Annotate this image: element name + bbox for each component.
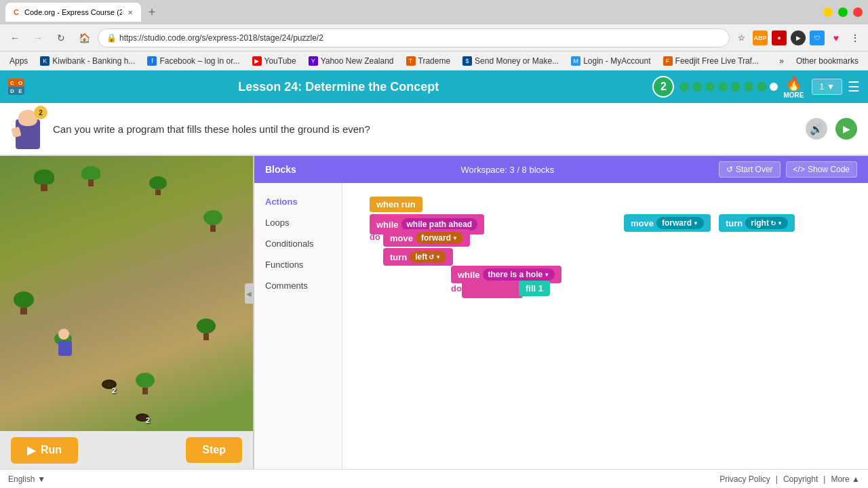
- feedjit-icon: F: [663, 56, 673, 66]
- play-hint-button[interactable]: ▶: [835, 118, 857, 140]
- copyright-link[interactable]: Copyright: [783, 474, 818, 484]
- refresh-button[interactable]: ↻: [52, 28, 71, 47]
- maximize-button[interactable]: [838, 7, 848, 17]
- privacy-policy-link[interactable]: Privacy Policy: [719, 474, 770, 484]
- play-icon: ▶: [843, 123, 850, 134]
- url-text: https://studio.code.org/s/express-2018/s…: [119, 33, 323, 43]
- progress-dot-7[interactable]: [757, 82, 766, 92]
- hole-pill[interactable]: there is a hole ▼: [483, 268, 555, 281]
- fill-block[interactable]: fill 1: [519, 281, 550, 296]
- codeorg-logo[interactable]: C O D E: [8, 79, 24, 95]
- extension3-icon[interactable]: ▶: [791, 30, 806, 45]
- other-bookmarks-button[interactable]: Other bookmarks: [792, 55, 863, 67]
- forward-toolbox-pill[interactable]: forward ▼: [656, 217, 704, 229]
- bookmark-apps[interactable]: Apps: [5, 55, 32, 67]
- home-button[interactable]: 🏠: [75, 28, 94, 47]
- tab-close-icon[interactable]: ✕: [127, 9, 133, 16]
- bookmark-youtube[interactable]: ▶ YouTube: [248, 55, 300, 67]
- turn-left-icon: ↺: [429, 253, 434, 261]
- myaccount-label: Login - MyAccount: [583, 56, 650, 66]
- hamburger-menu-icon[interactable]: ☰: [848, 79, 860, 95]
- active-tab[interactable]: C Code.org - Express Course (2018... ✕: [5, 3, 141, 22]
- bookmark-trademe[interactable]: T Trademe: [402, 55, 455, 67]
- more-button[interactable]: 🔥 MORE: [783, 75, 804, 99]
- extension1-icon[interactable]: ABP: [753, 30, 768, 45]
- more-text: More: [831, 474, 849, 484]
- start-over-label: Start Over: [736, 165, 773, 174]
- new-tab-button[interactable]: +: [144, 4, 160, 20]
- bookmark-feedjit[interactable]: F Feedjit Free Live Traf...: [659, 55, 763, 67]
- left-dropdown[interactable]: left ↺ ▼: [410, 251, 446, 263]
- myaccount-icon: M: [571, 56, 580, 66]
- forward-dropdown[interactable]: forward ▼: [416, 232, 463, 244]
- bookmark-myaccount[interactable]: M Login - MyAccount: [567, 55, 654, 67]
- workspace[interactable]: when run while while path ahead do move: [342, 183, 868, 469]
- kiwibank-label: Kiwibank - Banking h...: [52, 56, 135, 66]
- feedjit-label: Feedjit Free Live Traf...: [675, 56, 759, 66]
- palette-comments[interactable]: Comments: [254, 275, 342, 296]
- extension4-icon[interactable]: 🛡: [810, 30, 825, 45]
- chrome-menu-icon[interactable]: ⋮: [848, 30, 863, 45]
- progress-dot-1[interactable]: [679, 82, 689, 92]
- address-bar[interactable]: 🔒 https://studio.code.org/s/express-2018…: [98, 28, 730, 47]
- turn-left-block[interactable]: turn left ↺ ▼: [383, 248, 453, 266]
- move-text: move: [390, 233, 413, 243]
- hole-text: there is a hole: [488, 270, 543, 279]
- close-button[interactable]: [853, 7, 863, 17]
- bookmark-kiwibank[interactable]: K Kiwibank - Banking h...: [36, 55, 139, 67]
- sendmoney-icon: $: [462, 56, 472, 66]
- facebook-label: Facebook – log in or...: [159, 56, 239, 66]
- left-dropdown-arrow: ▼: [435, 254, 441, 260]
- code-icon: </>: [793, 165, 805, 174]
- progress-dot-4[interactable]: [718, 82, 728, 92]
- bookmark-sendmoney[interactable]: $ Send Money or Make...: [458, 55, 563, 67]
- language-selector[interactable]: English ▼: [8, 474, 45, 484]
- bookmark-facebook[interactable]: f Facebook – log in or...: [143, 55, 243, 67]
- more-link[interactable]: More ▲: [831, 474, 860, 484]
- bookmark-yahoo[interactable]: Y Yahoo New Zealand: [304, 55, 398, 67]
- language-label: English: [8, 474, 35, 484]
- logo-d: D: [8, 87, 16, 95]
- block-palette: Actions Loops Conditionals Functions Com…: [254, 183, 342, 469]
- extension2-icon[interactable]: ●: [772, 30, 787, 45]
- bookmark-star-icon[interactable]: ☆: [734, 30, 749, 45]
- progress-dot-2[interactable]: [692, 82, 702, 92]
- move-forward-block[interactable]: move forward ▼: [383, 229, 470, 247]
- palette-loops[interactable]: Loops: [254, 212, 342, 233]
- right-toolbox-pill[interactable]: right ↻ ▼: [745, 217, 788, 229]
- when-run-block[interactable]: when run: [370, 197, 422, 212]
- show-code-button[interactable]: </> Show Code: [786, 161, 857, 178]
- other-bookmarks-label: Other bookmarks: [796, 56, 859, 66]
- turn-text-1: turn: [390, 252, 407, 262]
- progress-dot-5[interactable]: [731, 82, 741, 92]
- kiwibank-icon: K: [40, 56, 50, 66]
- hint-area: 2 Can you write a program that fills the…: [0, 103, 868, 156]
- turn-toolbox-block[interactable]: turn right ↻ ▼: [719, 214, 795, 232]
- apps-label: Apps: [9, 56, 28, 66]
- extension5-icon[interactable]: ♥: [829, 30, 844, 45]
- start-over-button[interactable]: ↺ Start Over: [719, 161, 781, 178]
- palette-functions[interactable]: Functions: [254, 254, 342, 275]
- palette-actions[interactable]: Actions: [254, 191, 342, 212]
- progress-dot-3[interactable]: [705, 82, 715, 92]
- back-button[interactable]: ←: [5, 28, 24, 47]
- when-run-text: when run: [376, 199, 416, 209]
- progress-dot-8[interactable]: [770, 83, 778, 91]
- palette-conditionals[interactable]: Conditionals: [254, 233, 342, 254]
- audio-button[interactable]: 🔊: [806, 118, 827, 140]
- more-bookmarks-button[interactable]: »: [775, 55, 788, 67]
- move-toolbox-block[interactable]: move forward ▼: [624, 214, 711, 232]
- facebook-icon: f: [147, 56, 157, 66]
- user-button[interactable]: 1 ▼: [812, 79, 842, 95]
- current-level-indicator[interactable]: 2: [652, 76, 674, 98]
- footer-links: Privacy Policy | Copyright | More ▲: [719, 474, 860, 484]
- step-button[interactable]: Step: [186, 437, 242, 463]
- more-label: MORE: [783, 92, 804, 99]
- progress-dot-6[interactable]: [744, 82, 753, 92]
- minimize-button[interactable]: [823, 7, 833, 17]
- character-avatar: 2: [11, 108, 45, 149]
- run-button[interactable]: ▶ Run: [11, 437, 78, 464]
- tab-bar: C Code.org - Express Course (2018... ✕ +: [0, 0, 868, 24]
- toolbar-buttons: ↺ Start Over </> Show Code: [719, 161, 857, 178]
- forward-button[interactable]: →: [28, 28, 47, 47]
